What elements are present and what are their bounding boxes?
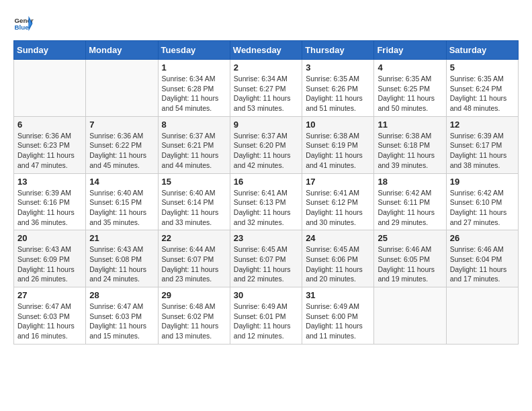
day-number: 26: [450, 233, 515, 243]
calendar-table: SundayMondayTuesdayWednesdayThursdayFrid…: [13, 40, 519, 345]
day-info: Sunrise: 6:38 AMSunset: 6:19 PMDaylight:…: [306, 131, 370, 171]
day-info: Sunrise: 6:45 AMSunset: 6:07 PMDaylight:…: [234, 244, 298, 284]
calendar-cell: 18Sunrise: 6:42 AMSunset: 6:11 PMDayligh…: [374, 173, 446, 230]
day-info: Sunrise: 6:35 AMSunset: 6:24 PMDaylight:…: [450, 74, 515, 113]
calendar-week-1: 1Sunrise: 6:34 AMSunset: 6:28 PMDaylight…: [14, 60, 519, 117]
day-number: 29: [162, 290, 226, 300]
day-number: 4: [378, 62, 442, 73]
day-info: Sunrise: 6:35 AMSunset: 6:25 PMDaylight:…: [378, 74, 442, 113]
day-number: 15: [162, 177, 226, 187]
calendar-cell: 14Sunrise: 6:40 AMSunset: 6:15 PMDayligh…: [86, 173, 158, 230]
calendar-cell: 11Sunrise: 6:38 AMSunset: 6:18 PMDayligh…: [374, 116, 446, 173]
day-info: Sunrise: 6:42 AMSunset: 6:11 PMDaylight:…: [378, 188, 442, 228]
calendar-cell: 28Sunrise: 6:47 AMSunset: 6:03 PMDayligh…: [86, 287, 158, 345]
day-number: 17: [306, 177, 370, 187]
day-number: 13: [17, 177, 82, 187]
calendar-cell: 23Sunrise: 6:45 AMSunset: 6:07 PMDayligh…: [230, 230, 302, 287]
day-info: Sunrise: 6:37 AMSunset: 6:21 PMDaylight:…: [162, 131, 226, 171]
weekday-header-wednesday: Wednesday: [230, 41, 302, 60]
day-number: 21: [89, 233, 154, 243]
calendar-cell: 7Sunrise: 6:36 AMSunset: 6:22 PMDaylight…: [86, 116, 158, 173]
day-number: 11: [378, 120, 442, 130]
calendar-cell: 22Sunrise: 6:44 AMSunset: 6:07 PMDayligh…: [158, 230, 230, 287]
day-info: Sunrise: 6:37 AMSunset: 6:20 PMDaylight:…: [234, 131, 298, 171]
calendar-cell: 25Sunrise: 6:46 AMSunset: 6:05 PMDayligh…: [374, 230, 446, 287]
day-info: Sunrise: 6:41 AMSunset: 6:12 PMDaylight:…: [306, 188, 370, 228]
day-number: 30: [234, 290, 298, 300]
weekday-header-friday: Friday: [374, 41, 446, 60]
day-info: Sunrise: 6:34 AMSunset: 6:27 PMDaylight:…: [234, 74, 298, 113]
calendar-cell: 20Sunrise: 6:43 AMSunset: 6:09 PMDayligh…: [14, 230, 86, 287]
day-info: Sunrise: 6:47 AMSunset: 6:03 PMDaylight:…: [17, 302, 82, 341]
day-info: Sunrise: 6:46 AMSunset: 6:05 PMDaylight:…: [378, 244, 442, 284]
day-info: Sunrise: 6:46 AMSunset: 6:04 PMDaylight:…: [450, 244, 515, 284]
calendar-cell: 29Sunrise: 6:48 AMSunset: 6:02 PMDayligh…: [158, 287, 230, 345]
day-info: Sunrise: 6:42 AMSunset: 6:10 PMDaylight:…: [450, 188, 515, 228]
day-info: Sunrise: 6:40 AMSunset: 6:14 PMDaylight:…: [162, 188, 226, 228]
calendar-week-4: 20Sunrise: 6:43 AMSunset: 6:09 PMDayligh…: [14, 230, 519, 287]
day-number: 28: [89, 290, 154, 300]
day-info: Sunrise: 6:39 AMSunset: 6:17 PMDaylight:…: [450, 131, 515, 171]
day-number: 3: [306, 62, 370, 73]
day-info: Sunrise: 6:44 AMSunset: 6:07 PMDaylight:…: [162, 244, 226, 284]
logo: General Blue: [13, 13, 34, 34]
calendar-cell: [374, 287, 446, 345]
weekday-header-monday: Monday: [86, 41, 158, 60]
calendar-cell: [14, 60, 86, 117]
day-info: Sunrise: 6:49 AMSunset: 6:00 PMDaylight:…: [306, 302, 370, 341]
day-info: Sunrise: 6:43 AMSunset: 6:08 PMDaylight:…: [89, 244, 154, 284]
calendar-cell: 12Sunrise: 6:39 AMSunset: 6:17 PMDayligh…: [446, 116, 518, 173]
calendar-cell: 31Sunrise: 6:49 AMSunset: 6:00 PMDayligh…: [302, 287, 374, 345]
day-info: Sunrise: 6:40 AMSunset: 6:15 PMDaylight:…: [89, 188, 154, 228]
calendar-cell: 10Sunrise: 6:38 AMSunset: 6:19 PMDayligh…: [302, 116, 374, 173]
calendar-cell: 30Sunrise: 6:49 AMSunset: 6:01 PMDayligh…: [230, 287, 302, 345]
logo-icon: General Blue: [13, 13, 34, 34]
day-info: Sunrise: 6:43 AMSunset: 6:09 PMDaylight:…: [17, 244, 82, 284]
day-info: Sunrise: 6:36 AMSunset: 6:23 PMDaylight:…: [17, 131, 82, 171]
day-number: 7: [89, 120, 154, 130]
weekday-header-row: SundayMondayTuesdayWednesdayThursdayFrid…: [14, 41, 519, 60]
calendar-cell: [446, 287, 518, 345]
day-number: 18: [378, 177, 442, 187]
day-info: Sunrise: 6:45 AMSunset: 6:06 PMDaylight:…: [306, 244, 370, 284]
day-number: 27: [17, 290, 82, 300]
day-number: 20: [17, 233, 82, 243]
calendar-cell: 17Sunrise: 6:41 AMSunset: 6:12 PMDayligh…: [302, 173, 374, 230]
day-number: 9: [234, 120, 298, 130]
day-info: Sunrise: 6:47 AMSunset: 6:03 PMDaylight:…: [89, 302, 154, 341]
weekday-header-tuesday: Tuesday: [158, 41, 230, 60]
day-number: 22: [162, 233, 226, 243]
day-number: 25: [378, 233, 442, 243]
calendar-cell: 1Sunrise: 6:34 AMSunset: 6:28 PMDaylight…: [158, 60, 230, 117]
day-number: 8: [162, 120, 226, 130]
day-number: 5: [450, 62, 515, 73]
calendar-cell: 27Sunrise: 6:47 AMSunset: 6:03 PMDayligh…: [14, 287, 86, 345]
calendar-cell: 6Sunrise: 6:36 AMSunset: 6:23 PMDaylight…: [14, 116, 86, 173]
page-header: General Blue: [13, 13, 519, 34]
calendar-cell: 9Sunrise: 6:37 AMSunset: 6:20 PMDaylight…: [230, 116, 302, 173]
calendar-cell: 19Sunrise: 6:42 AMSunset: 6:10 PMDayligh…: [446, 173, 518, 230]
calendar-cell: 21Sunrise: 6:43 AMSunset: 6:08 PMDayligh…: [86, 230, 158, 287]
day-number: 1: [162, 62, 226, 73]
day-number: 31: [306, 290, 370, 300]
day-info: Sunrise: 6:36 AMSunset: 6:22 PMDaylight:…: [89, 131, 154, 171]
calendar-cell: 3Sunrise: 6:35 AMSunset: 6:26 PMDaylight…: [302, 60, 374, 117]
day-info: Sunrise: 6:41 AMSunset: 6:13 PMDaylight:…: [234, 188, 298, 228]
calendar-week-2: 6Sunrise: 6:36 AMSunset: 6:23 PMDaylight…: [14, 116, 519, 173]
weekday-header-thursday: Thursday: [302, 41, 374, 60]
day-info: Sunrise: 6:39 AMSunset: 6:16 PMDaylight:…: [17, 188, 82, 228]
day-info: Sunrise: 6:48 AMSunset: 6:02 PMDaylight:…: [162, 302, 226, 341]
calendar-cell: 8Sunrise: 6:37 AMSunset: 6:21 PMDaylight…: [158, 116, 230, 173]
day-number: 14: [89, 177, 154, 187]
calendar-cell: 5Sunrise: 6:35 AMSunset: 6:24 PMDaylight…: [446, 60, 518, 117]
calendar-cell: 15Sunrise: 6:40 AMSunset: 6:14 PMDayligh…: [158, 173, 230, 230]
calendar-cell: 2Sunrise: 6:34 AMSunset: 6:27 PMDaylight…: [230, 60, 302, 117]
day-number: 2: [234, 62, 298, 73]
calendar-cell: 26Sunrise: 6:46 AMSunset: 6:04 PMDayligh…: [446, 230, 518, 287]
day-info: Sunrise: 6:34 AMSunset: 6:28 PMDaylight:…: [162, 74, 226, 113]
calendar-cell: 16Sunrise: 6:41 AMSunset: 6:13 PMDayligh…: [230, 173, 302, 230]
day-info: Sunrise: 6:38 AMSunset: 6:18 PMDaylight:…: [378, 131, 442, 171]
day-number: 6: [17, 120, 82, 130]
day-number: 16: [234, 177, 298, 187]
calendar-week-3: 13Sunrise: 6:39 AMSunset: 6:16 PMDayligh…: [14, 173, 519, 230]
